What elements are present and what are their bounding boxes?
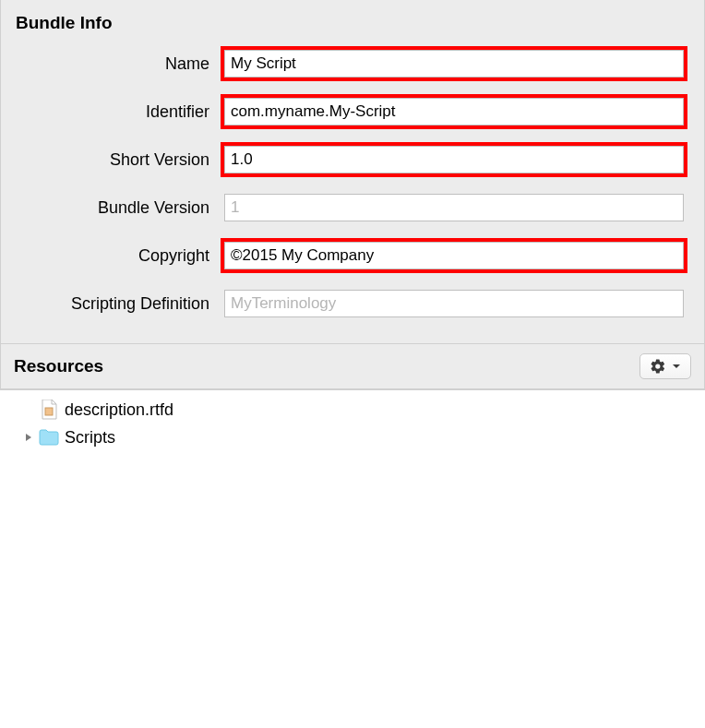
field-wrap-short-version — [221, 142, 687, 177]
resources-file-list: description.rtfd Scripts — [0, 390, 705, 457]
field-wrap-scripting-definition — [221, 286, 687, 321]
rtfd-file-icon — [37, 400, 61, 420]
label-short-version: Short Version — [18, 150, 221, 170]
label-bundle-version: Bundle Version — [18, 198, 221, 218]
resources-actions-button[interactable] — [639, 353, 691, 379]
folder-icon — [37, 429, 61, 446]
svg-rect-0 — [45, 408, 53, 415]
label-identifier: Identifier — [18, 102, 221, 122]
label-scripting-definition: Scripting Definition — [18, 294, 221, 314]
bundle-info-form: Name Identifier Short Version Bundle Ver… — [1, 37, 704, 343]
bundle-version-input[interactable] — [224, 194, 684, 221]
name-input[interactable] — [224, 50, 684, 78]
folder-name: Scripts — [61, 428, 115, 448]
row-copyright: Copyright — [18, 238, 687, 273]
label-name: Name — [18, 54, 221, 74]
disclosure-triangle-icon[interactable] — [20, 433, 37, 442]
resources-bar: Resources — [1, 343, 704, 389]
row-short-version: Short Version — [18, 142, 687, 177]
scripting-definition-input[interactable] — [224, 290, 684, 317]
row-bundle-version: Bundle Version — [18, 190, 687, 225]
field-wrap-bundle-version — [221, 190, 687, 225]
copyright-input[interactable] — [224, 242, 684, 269]
gear-icon — [650, 358, 666, 375]
file-name: description.rtfd — [61, 400, 173, 420]
short-version-input[interactable] — [224, 146, 684, 173]
list-item[interactable]: Scripts — [0, 424, 705, 451]
row-identifier: Identifier — [18, 94, 687, 129]
list-item[interactable]: description.rtfd — [0, 396, 705, 424]
bundle-info-heading: Bundle Info — [1, 0, 704, 37]
field-wrap-name — [221, 46, 687, 81]
row-scripting-definition: Scripting Definition — [18, 286, 687, 321]
row-name: Name — [18, 46, 687, 81]
field-wrap-identifier — [221, 94, 687, 129]
chevron-down-icon — [672, 362, 681, 371]
identifier-input[interactable] — [224, 98, 684, 125]
bundle-info-panel: Bundle Info Name Identifier Short Versio… — [0, 0, 705, 390]
resources-heading: Resources — [14, 356, 103, 376]
field-wrap-copyright — [221, 238, 687, 273]
label-copyright: Copyright — [18, 246, 221, 266]
